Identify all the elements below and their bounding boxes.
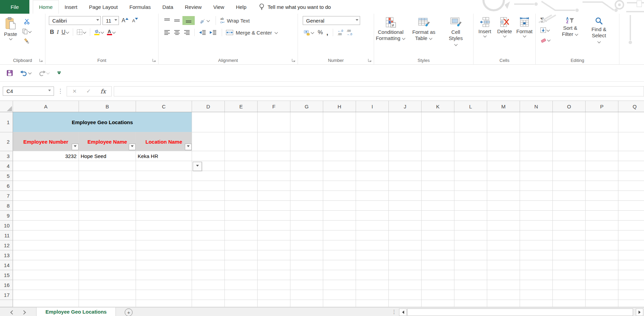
cell[interactable]	[258, 191, 290, 201]
font-dialog-launcher-icon[interactable]	[152, 58, 156, 62]
top-align-button[interactable]	[163, 16, 172, 25]
cell[interactable]	[422, 161, 454, 171]
cell[interactable]	[290, 201, 323, 211]
cell[interactable]	[520, 290, 553, 300]
cell[interactable]	[225, 221, 258, 231]
cell[interactable]	[79, 231, 136, 240]
cell[interactable]	[422, 290, 454, 300]
cell[interactable]	[323, 161, 356, 171]
cell[interactable]	[454, 171, 487, 181]
redo-button[interactable]	[37, 69, 51, 77]
column-header-J[interactable]: J	[389, 101, 422, 112]
cell[interactable]	[553, 270, 586, 280]
cell[interactable]	[520, 240, 553, 250]
save-button[interactable]	[5, 69, 14, 77]
cell[interactable]	[356, 181, 389, 191]
cell[interactable]	[487, 231, 520, 240]
fill-color-button[interactable]	[93, 28, 105, 36]
cell[interactable]	[487, 191, 520, 201]
cell[interactable]	[487, 171, 520, 181]
cell[interactable]	[520, 132, 553, 151]
enter-button[interactable]: ✓	[86, 88, 91, 94]
cell[interactable]	[356, 280, 389, 290]
cell[interactable]	[553, 161, 586, 171]
cell[interactable]	[520, 211, 553, 221]
cell[interactable]	[356, 270, 389, 280]
column-header-F[interactable]: F	[258, 101, 290, 112]
filter-button[interactable]	[72, 144, 79, 150]
cell[interactable]	[356, 250, 389, 260]
cell[interactable]	[553, 151, 586, 161]
name-box[interactable]: C4	[3, 87, 54, 96]
cell[interactable]	[553, 290, 586, 300]
cell[interactable]	[553, 300, 586, 307]
column-header-I[interactable]: I	[356, 101, 389, 112]
cell[interactable]	[389, 290, 422, 300]
cell[interactable]	[192, 201, 225, 211]
cell[interactable]	[258, 211, 290, 221]
cell[interactable]	[79, 171, 136, 181]
cell[interactable]	[586, 300, 618, 307]
cell[interactable]	[553, 201, 586, 211]
cell[interactable]	[225, 112, 258, 132]
data-cell-a3[interactable]: 3232	[13, 151, 79, 161]
cell[interactable]	[389, 151, 422, 161]
cell[interactable]	[323, 171, 356, 181]
cell[interactable]	[79, 300, 136, 307]
align-center-button[interactable]	[173, 28, 181, 37]
cell[interactable]	[323, 250, 356, 260]
header-cell-3[interactable]: Location Name	[136, 132, 192, 151]
cell[interactable]	[389, 231, 422, 240]
cell[interactable]	[553, 132, 586, 151]
cell[interactable]	[487, 260, 520, 270]
cell[interactable]	[520, 250, 553, 260]
sheet-nav-right-icon[interactable]	[22, 310, 26, 315]
cell[interactable]	[290, 112, 323, 132]
header-cell-1[interactable]: Employee Number	[13, 132, 79, 151]
alignment-dialog-launcher-icon[interactable]	[291, 58, 296, 62]
cell[interactable]	[422, 211, 454, 221]
row-header-4[interactable]: 4	[0, 161, 13, 171]
cell[interactable]	[258, 231, 290, 240]
cell[interactable]	[258, 181, 290, 191]
tab-scrollbar-splitter[interactable]: ⋮	[392, 309, 397, 315]
cell[interactable]	[79, 161, 136, 171]
cancel-button[interactable]: ✕	[72, 88, 77, 94]
cell[interactable]	[290, 132, 323, 151]
cell[interactable]	[586, 250, 618, 260]
cell[interactable]	[520, 181, 553, 191]
cell[interactable]	[389, 240, 422, 250]
cell[interactable]	[422, 181, 454, 191]
cell[interactable]	[618, 280, 644, 290]
cell[interactable]	[356, 240, 389, 250]
cell[interactable]	[136, 260, 192, 270]
cell[interactable]	[13, 211, 79, 221]
cell[interactable]	[454, 191, 487, 201]
cell[interactable]	[618, 161, 644, 171]
cell[interactable]	[290, 250, 323, 260]
cell[interactable]	[323, 290, 356, 300]
cell[interactable]	[136, 171, 192, 181]
cell[interactable]	[290, 240, 323, 250]
cell[interactable]	[389, 112, 422, 132]
tab-home[interactable]: Home	[33, 0, 59, 14]
cell[interactable]	[422, 112, 454, 132]
cell[interactable]	[618, 181, 644, 191]
cell[interactable]	[389, 211, 422, 221]
cell[interactable]	[192, 151, 225, 161]
row-header-15[interactable]: 15	[0, 270, 13, 280]
font-size-combo[interactable]: 11	[102, 16, 119, 25]
row-header-8[interactable]: 8	[0, 201, 13, 211]
cell[interactable]	[422, 250, 454, 260]
cell[interactable]	[79, 201, 136, 211]
cell[interactable]	[258, 132, 290, 151]
cell[interactable]	[225, 201, 258, 211]
tab-page-layout[interactable]: Page Layout	[83, 0, 124, 14]
cell[interactable]	[487, 270, 520, 280]
cell[interactable]	[389, 191, 422, 201]
cell[interactable]	[586, 161, 618, 171]
formula-bar-splitter[interactable]: ⋮	[57, 88, 63, 95]
cell[interactable]	[553, 181, 586, 191]
number-dialog-launcher-icon[interactable]	[368, 58, 372, 62]
hscroll-thumb[interactable]	[407, 308, 633, 316]
